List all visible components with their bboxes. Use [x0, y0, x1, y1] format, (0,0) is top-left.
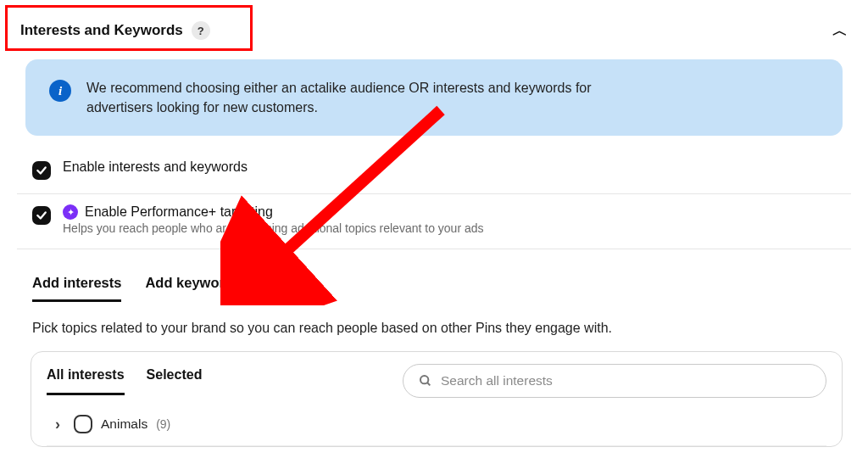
- option-enable-interests-label: Enable interests and keywords: [63, 159, 248, 175]
- info-banner-text: We recommend choosing either an actalike…: [86, 78, 629, 117]
- checkbox-performance-plus[interactable]: [32, 206, 51, 225]
- option-performance-plus-label: Enable Performance+ targeting: [85, 204, 273, 220]
- search-interests-input[interactable]: [441, 373, 810, 388]
- add-interests-description: Pick topics related to your brand so you…: [17, 302, 851, 348]
- svg-line-1: [427, 383, 430, 385]
- category-label: Animals: [101, 416, 147, 432]
- sparkle-icon: ✦: [63, 204, 78, 220]
- option-performance-plus: ✦ Enable Performance+ targeting Helps yo…: [17, 194, 851, 249]
- category-count: (9): [156, 417, 170, 431]
- search-icon: [419, 374, 432, 388]
- checkbox-enable-interests[interactable]: [32, 161, 51, 180]
- tab-selected-interests[interactable]: Selected: [147, 367, 203, 395]
- interests-panel: All interests Selected › Animals (9): [31, 351, 843, 447]
- svg-point-0: [420, 376, 428, 383]
- category-checkbox[interactable]: [74, 415, 92, 433]
- category-row[interactable]: › Animals (9): [47, 398, 826, 446]
- tab-all-interests[interactable]: All interests: [47, 367, 125, 395]
- section-title: Interests and Keywords: [20, 22, 183, 39]
- collapse-chevron-icon[interactable]: ︿: [832, 20, 848, 41]
- option-performance-plus-desc: Helps you reach people who are searching…: [63, 221, 484, 235]
- info-banner: i We recommend choosing either an actali…: [25, 59, 843, 136]
- help-icon[interactable]: ?: [192, 21, 210, 40]
- info-icon: i: [49, 80, 71, 102]
- tab-add-interests[interactable]: Add interests: [32, 275, 121, 302]
- option-enable-interests: Enable interests and keywords: [17, 149, 851, 194]
- search-interests[interactable]: [403, 364, 826, 398]
- add-tabs: Add interests Add keywords: [17, 249, 851, 302]
- chevron-right-icon[interactable]: ›: [50, 416, 65, 433]
- tab-add-keywords[interactable]: Add keywords: [145, 275, 241, 302]
